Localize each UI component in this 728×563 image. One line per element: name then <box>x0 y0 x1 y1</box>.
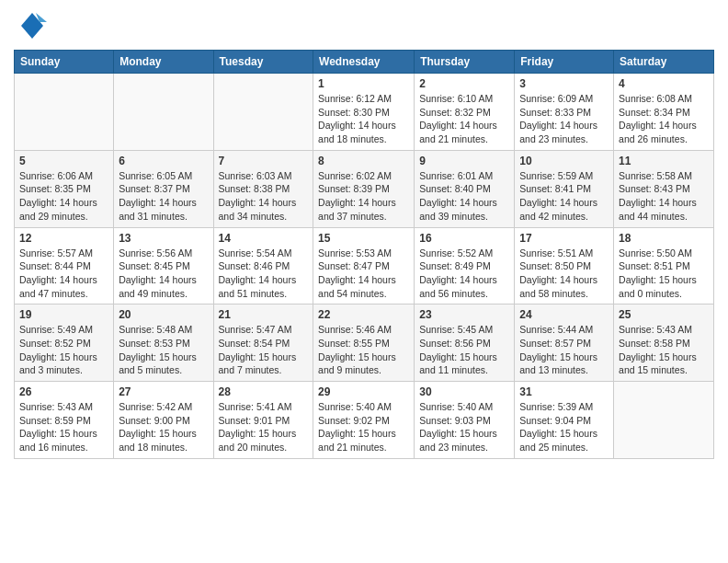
page: SundayMondayTuesdayWednesdayThursdayFrid… <box>0 0 728 563</box>
day-info: Sunrise: 6:08 AM Sunset: 8:34 PM Dayligh… <box>619 92 709 146</box>
calendar-cell: 22Sunrise: 5:46 AM Sunset: 8:55 PM Dayli… <box>313 304 415 382</box>
day-info: Sunrise: 5:40 AM Sunset: 9:03 PM Dayligh… <box>419 400 509 454</box>
day-info: Sunrise: 5:56 AM Sunset: 8:45 PM Dayligh… <box>119 247 208 301</box>
calendar-cell: 26Sunrise: 5:43 AM Sunset: 8:59 PM Dayli… <box>15 382 114 459</box>
calendar-cell: 19Sunrise: 5:49 AM Sunset: 8:52 PM Dayli… <box>15 304 114 382</box>
day-number: 28 <box>219 385 309 398</box>
logo-icon <box>14 9 47 42</box>
day-number: 17 <box>519 232 609 245</box>
day-number: 10 <box>519 155 609 167</box>
weekday-header-wednesday: Wednesday <box>313 51 415 74</box>
day-info: Sunrise: 6:10 AM Sunset: 8:32 PM Dayligh… <box>419 92 509 146</box>
day-number: 16 <box>419 232 509 245</box>
weekday-header-saturday: Saturday <box>614 51 714 74</box>
calendar-week-row: 19Sunrise: 5:49 AM Sunset: 8:52 PM Dayli… <box>15 304 714 382</box>
day-info: Sunrise: 5:40 AM Sunset: 9:02 PM Dayligh… <box>318 400 409 454</box>
calendar-cell: 30Sunrise: 5:40 AM Sunset: 9:03 PM Dayli… <box>415 382 515 459</box>
calendar-cell: 1Sunrise: 6:12 AM Sunset: 8:30 PM Daylig… <box>313 74 415 151</box>
day-number: 21 <box>219 308 309 321</box>
day-number: 18 <box>619 232 709 245</box>
calendar-cell: 14Sunrise: 5:54 AM Sunset: 8:46 PM Dayli… <box>213 227 313 304</box>
day-info: Sunrise: 5:43 AM Sunset: 8:58 PM Dayligh… <box>619 323 709 377</box>
calendar-cell: 18Sunrise: 5:50 AM Sunset: 8:51 PM Dayli… <box>614 227 714 304</box>
day-number: 5 <box>19 155 108 167</box>
day-info: Sunrise: 6:06 AM Sunset: 8:35 PM Dayligh… <box>19 169 108 224</box>
day-number: 1 <box>318 77 409 90</box>
day-info: Sunrise: 6:01 AM Sunset: 8:40 PM Dayligh… <box>419 169 509 224</box>
day-number: 24 <box>519 308 609 321</box>
day-info: Sunrise: 5:51 AM Sunset: 8:50 PM Dayligh… <box>519 247 609 301</box>
day-info: Sunrise: 5:43 AM Sunset: 8:59 PM Dayligh… <box>19 400 108 454</box>
day-number: 26 <box>19 385 108 398</box>
calendar-cell: 17Sunrise: 5:51 AM Sunset: 8:50 PM Dayli… <box>515 227 614 304</box>
day-number: 31 <box>519 385 609 398</box>
day-number: 3 <box>519 77 609 90</box>
weekday-header-monday: Monday <box>114 51 213 74</box>
day-info: Sunrise: 5:47 AM Sunset: 8:54 PM Dayligh… <box>219 323 309 377</box>
day-info: Sunrise: 5:54 AM Sunset: 8:46 PM Dayligh… <box>219 247 309 301</box>
calendar-cell: 16Sunrise: 5:52 AM Sunset: 8:49 PM Dayli… <box>415 227 515 304</box>
day-info: Sunrise: 5:58 AM Sunset: 8:43 PM Dayligh… <box>619 169 709 224</box>
weekday-header-tuesday: Tuesday <box>213 51 313 74</box>
day-info: Sunrise: 5:46 AM Sunset: 8:55 PM Dayligh… <box>318 323 409 377</box>
day-number: 25 <box>619 308 709 321</box>
calendar-cell: 4Sunrise: 6:08 AM Sunset: 8:34 PM Daylig… <box>614 74 714 151</box>
calendar-cell: 20Sunrise: 5:48 AM Sunset: 8:53 PM Dayli… <box>114 304 213 382</box>
calendar-cell <box>15 74 114 151</box>
weekday-header-row: SundayMondayTuesdayWednesdayThursdayFrid… <box>15 51 714 74</box>
day-info: Sunrise: 6:12 AM Sunset: 8:30 PM Dayligh… <box>318 92 409 146</box>
day-number: 11 <box>619 155 709 167</box>
calendar-table: SundayMondayTuesdayWednesdayThursdayFrid… <box>14 50 714 459</box>
calendar-cell: 3Sunrise: 6:09 AM Sunset: 8:33 PM Daylig… <box>515 74 614 151</box>
day-number: 6 <box>119 155 208 167</box>
calendar-cell <box>114 74 213 151</box>
day-info: Sunrise: 5:45 AM Sunset: 8:56 PM Dayligh… <box>419 323 509 377</box>
calendar-cell: 13Sunrise: 5:56 AM Sunset: 8:45 PM Dayli… <box>114 227 213 304</box>
day-info: Sunrise: 5:53 AM Sunset: 8:47 PM Dayligh… <box>318 247 409 301</box>
calendar-cell: 6Sunrise: 6:05 AM Sunset: 8:37 PM Daylig… <box>114 150 213 227</box>
day-number: 7 <box>219 155 309 167</box>
calendar-cell: 5Sunrise: 6:06 AM Sunset: 8:35 PM Daylig… <box>15 150 114 227</box>
day-number: 29 <box>318 385 409 398</box>
day-info: Sunrise: 6:03 AM Sunset: 8:38 PM Dayligh… <box>219 169 309 224</box>
day-number: 22 <box>318 308 409 321</box>
weekday-header-thursday: Thursday <box>415 51 515 74</box>
calendar-cell: 25Sunrise: 5:43 AM Sunset: 8:58 PM Dayli… <box>614 304 714 382</box>
day-info: Sunrise: 5:50 AM Sunset: 8:51 PM Dayligh… <box>619 247 709 301</box>
calendar-cell: 11Sunrise: 5:58 AM Sunset: 8:43 PM Dayli… <box>614 150 714 227</box>
day-info: Sunrise: 5:42 AM Sunset: 9:00 PM Dayligh… <box>119 400 208 454</box>
calendar-cell: 23Sunrise: 5:45 AM Sunset: 8:56 PM Dayli… <box>415 304 515 382</box>
header <box>14 9 714 42</box>
day-number: 20 <box>119 308 208 321</box>
calendar-cell <box>614 382 714 459</box>
day-info: Sunrise: 5:49 AM Sunset: 8:52 PM Dayligh… <box>19 323 108 377</box>
day-number: 9 <box>419 155 509 167</box>
day-info: Sunrise: 5:39 AM Sunset: 9:04 PM Dayligh… <box>519 400 609 454</box>
calendar-cell: 7Sunrise: 6:03 AM Sunset: 8:38 PM Daylig… <box>213 150 313 227</box>
day-number: 8 <box>318 155 409 167</box>
calendar-cell <box>213 74 313 151</box>
day-info: Sunrise: 6:05 AM Sunset: 8:37 PM Dayligh… <box>119 169 208 224</box>
weekday-header-friday: Friday <box>515 51 614 74</box>
calendar-cell: 21Sunrise: 5:47 AM Sunset: 8:54 PM Dayli… <box>213 304 313 382</box>
calendar-cell: 29Sunrise: 5:40 AM Sunset: 9:02 PM Dayli… <box>313 382 415 459</box>
logo <box>14 9 49 42</box>
day-number: 27 <box>119 385 208 398</box>
day-number: 13 <box>119 232 208 245</box>
day-number: 23 <box>419 308 509 321</box>
calendar-cell: 8Sunrise: 6:02 AM Sunset: 8:39 PM Daylig… <box>313 150 415 227</box>
day-info: Sunrise: 5:57 AM Sunset: 8:44 PM Dayligh… <box>19 247 108 301</box>
weekday-header-sunday: Sunday <box>15 51 114 74</box>
calendar-cell: 15Sunrise: 5:53 AM Sunset: 8:47 PM Dayli… <box>313 227 415 304</box>
calendar-week-row: 26Sunrise: 5:43 AM Sunset: 8:59 PM Dayli… <box>15 382 714 459</box>
day-info: Sunrise: 5:59 AM Sunset: 8:41 PM Dayligh… <box>519 169 609 224</box>
calendar-cell: 9Sunrise: 6:01 AM Sunset: 8:40 PM Daylig… <box>415 150 515 227</box>
day-info: Sunrise: 5:41 AM Sunset: 9:01 PM Dayligh… <box>219 400 309 454</box>
day-number: 14 <box>219 232 309 245</box>
calendar-cell: 2Sunrise: 6:10 AM Sunset: 8:32 PM Daylig… <box>415 74 515 151</box>
day-number: 30 <box>419 385 509 398</box>
day-info: Sunrise: 5:52 AM Sunset: 8:49 PM Dayligh… <box>419 247 509 301</box>
calendar-week-row: 12Sunrise: 5:57 AM Sunset: 8:44 PM Dayli… <box>15 227 714 304</box>
calendar-cell: 28Sunrise: 5:41 AM Sunset: 9:01 PM Dayli… <box>213 382 313 459</box>
day-number: 4 <box>619 77 709 90</box>
